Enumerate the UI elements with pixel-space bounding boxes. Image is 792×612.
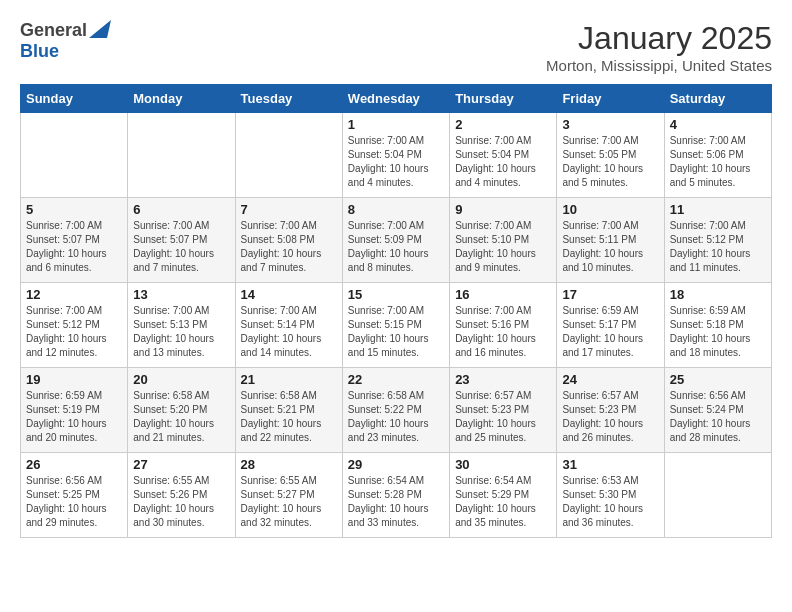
calendar-week-row: 26Sunrise: 6:56 AM Sunset: 5:25 PM Dayli… (21, 453, 772, 538)
calendar-cell: 25Sunrise: 6:56 AM Sunset: 5:24 PM Dayli… (664, 368, 771, 453)
day-number: 4 (670, 117, 766, 132)
calendar-cell: 22Sunrise: 6:58 AM Sunset: 5:22 PM Dayli… (342, 368, 449, 453)
header-day-monday: Monday (128, 85, 235, 113)
day-number: 28 (241, 457, 337, 472)
page-header: General Blue January 2025 Morton, Missis… (20, 20, 772, 74)
calendar-week-row: 19Sunrise: 6:59 AM Sunset: 5:19 PM Dayli… (21, 368, 772, 453)
logo-bird-icon (89, 20, 111, 38)
calendar-table: SundayMondayTuesdayWednesdayThursdayFrid… (20, 84, 772, 538)
day-number: 21 (241, 372, 337, 387)
calendar-cell: 23Sunrise: 6:57 AM Sunset: 5:23 PM Dayli… (450, 368, 557, 453)
day-info: Sunrise: 6:54 AM Sunset: 5:28 PM Dayligh… (348, 474, 444, 530)
day-info: Sunrise: 6:58 AM Sunset: 5:21 PM Dayligh… (241, 389, 337, 445)
calendar-cell: 27Sunrise: 6:55 AM Sunset: 5:26 PM Dayli… (128, 453, 235, 538)
calendar-week-row: 1Sunrise: 7:00 AM Sunset: 5:04 PM Daylig… (21, 113, 772, 198)
calendar-cell (235, 113, 342, 198)
day-number: 11 (670, 202, 766, 217)
calendar-cell: 28Sunrise: 6:55 AM Sunset: 5:27 PM Dayli… (235, 453, 342, 538)
day-info: Sunrise: 7:00 AM Sunset: 5:14 PM Dayligh… (241, 304, 337, 360)
header-day-thursday: Thursday (450, 85, 557, 113)
calendar-cell: 10Sunrise: 7:00 AM Sunset: 5:11 PM Dayli… (557, 198, 664, 283)
title-section: January 2025 Morton, Mississippi, United… (546, 20, 772, 74)
calendar-cell: 9Sunrise: 7:00 AM Sunset: 5:10 PM Daylig… (450, 198, 557, 283)
day-info: Sunrise: 6:57 AM Sunset: 5:23 PM Dayligh… (455, 389, 551, 445)
location-subtitle: Morton, Mississippi, United States (546, 57, 772, 74)
day-number: 26 (26, 457, 122, 472)
day-info: Sunrise: 7:00 AM Sunset: 5:09 PM Dayligh… (348, 219, 444, 275)
calendar-cell: 13Sunrise: 7:00 AM Sunset: 5:13 PM Dayli… (128, 283, 235, 368)
calendar-cell: 26Sunrise: 6:56 AM Sunset: 5:25 PM Dayli… (21, 453, 128, 538)
calendar-cell: 19Sunrise: 6:59 AM Sunset: 5:19 PM Dayli… (21, 368, 128, 453)
day-info: Sunrise: 7:00 AM Sunset: 5:12 PM Dayligh… (670, 219, 766, 275)
calendar-cell: 18Sunrise: 6:59 AM Sunset: 5:18 PM Dayli… (664, 283, 771, 368)
day-number: 3 (562, 117, 658, 132)
calendar-cell: 14Sunrise: 7:00 AM Sunset: 5:14 PM Dayli… (235, 283, 342, 368)
day-info: Sunrise: 7:00 AM Sunset: 5:07 PM Dayligh… (133, 219, 229, 275)
day-number: 16 (455, 287, 551, 302)
calendar-cell: 16Sunrise: 7:00 AM Sunset: 5:16 PM Dayli… (450, 283, 557, 368)
header-day-saturday: Saturday (664, 85, 771, 113)
day-info: Sunrise: 6:56 AM Sunset: 5:25 PM Dayligh… (26, 474, 122, 530)
month-year-title: January 2025 (546, 20, 772, 57)
calendar-cell: 21Sunrise: 6:58 AM Sunset: 5:21 PM Dayli… (235, 368, 342, 453)
calendar-header-row: SundayMondayTuesdayWednesdayThursdayFrid… (21, 85, 772, 113)
day-number: 19 (26, 372, 122, 387)
day-number: 18 (670, 287, 766, 302)
day-info: Sunrise: 7:00 AM Sunset: 5:10 PM Dayligh… (455, 219, 551, 275)
day-number: 31 (562, 457, 658, 472)
day-number: 12 (26, 287, 122, 302)
day-number: 15 (348, 287, 444, 302)
day-number: 7 (241, 202, 337, 217)
svg-marker-0 (89, 20, 111, 38)
day-number: 14 (241, 287, 337, 302)
day-number: 5 (26, 202, 122, 217)
day-info: Sunrise: 6:57 AM Sunset: 5:23 PM Dayligh… (562, 389, 658, 445)
calendar-cell: 11Sunrise: 7:00 AM Sunset: 5:12 PM Dayli… (664, 198, 771, 283)
day-number: 25 (670, 372, 766, 387)
day-info: Sunrise: 7:00 AM Sunset: 5:05 PM Dayligh… (562, 134, 658, 190)
day-number: 30 (455, 457, 551, 472)
logo: General Blue (20, 20, 111, 62)
calendar-cell (664, 453, 771, 538)
header-day-wednesday: Wednesday (342, 85, 449, 113)
day-number: 22 (348, 372, 444, 387)
calendar-cell (21, 113, 128, 198)
day-info: Sunrise: 7:00 AM Sunset: 5:04 PM Dayligh… (348, 134, 444, 190)
day-number: 24 (562, 372, 658, 387)
day-info: Sunrise: 7:00 AM Sunset: 5:04 PM Dayligh… (455, 134, 551, 190)
calendar-cell: 20Sunrise: 6:58 AM Sunset: 5:20 PM Dayli… (128, 368, 235, 453)
calendar-cell: 30Sunrise: 6:54 AM Sunset: 5:29 PM Dayli… (450, 453, 557, 538)
header-day-sunday: Sunday (21, 85, 128, 113)
day-info: Sunrise: 6:55 AM Sunset: 5:26 PM Dayligh… (133, 474, 229, 530)
logo-blue-text: Blue (20, 41, 59, 61)
day-number: 23 (455, 372, 551, 387)
calendar-cell (128, 113, 235, 198)
calendar-cell: 6Sunrise: 7:00 AM Sunset: 5:07 PM Daylig… (128, 198, 235, 283)
day-number: 10 (562, 202, 658, 217)
calendar-week-row: 12Sunrise: 7:00 AM Sunset: 5:12 PM Dayli… (21, 283, 772, 368)
calendar-week-row: 5Sunrise: 7:00 AM Sunset: 5:07 PM Daylig… (21, 198, 772, 283)
calendar-cell: 17Sunrise: 6:59 AM Sunset: 5:17 PM Dayli… (557, 283, 664, 368)
day-number: 27 (133, 457, 229, 472)
day-info: Sunrise: 6:59 AM Sunset: 5:19 PM Dayligh… (26, 389, 122, 445)
day-info: Sunrise: 7:00 AM Sunset: 5:08 PM Dayligh… (241, 219, 337, 275)
day-number: 20 (133, 372, 229, 387)
calendar-cell: 2Sunrise: 7:00 AM Sunset: 5:04 PM Daylig… (450, 113, 557, 198)
day-info: Sunrise: 7:00 AM Sunset: 5:16 PM Dayligh… (455, 304, 551, 360)
day-number: 6 (133, 202, 229, 217)
calendar-cell: 5Sunrise: 7:00 AM Sunset: 5:07 PM Daylig… (21, 198, 128, 283)
calendar-cell: 8Sunrise: 7:00 AM Sunset: 5:09 PM Daylig… (342, 198, 449, 283)
day-number: 9 (455, 202, 551, 217)
day-info: Sunrise: 7:00 AM Sunset: 5:15 PM Dayligh… (348, 304, 444, 360)
day-info: Sunrise: 6:53 AM Sunset: 5:30 PM Dayligh… (562, 474, 658, 530)
day-number: 8 (348, 202, 444, 217)
day-info: Sunrise: 6:58 AM Sunset: 5:22 PM Dayligh… (348, 389, 444, 445)
day-info: Sunrise: 7:00 AM Sunset: 5:07 PM Dayligh… (26, 219, 122, 275)
day-info: Sunrise: 6:59 AM Sunset: 5:17 PM Dayligh… (562, 304, 658, 360)
day-number: 1 (348, 117, 444, 132)
calendar-cell: 24Sunrise: 6:57 AM Sunset: 5:23 PM Dayli… (557, 368, 664, 453)
calendar-cell: 12Sunrise: 7:00 AM Sunset: 5:12 PM Dayli… (21, 283, 128, 368)
calendar-cell: 29Sunrise: 6:54 AM Sunset: 5:28 PM Dayli… (342, 453, 449, 538)
day-info: Sunrise: 7:00 AM Sunset: 5:06 PM Dayligh… (670, 134, 766, 190)
day-info: Sunrise: 7:00 AM Sunset: 5:13 PM Dayligh… (133, 304, 229, 360)
